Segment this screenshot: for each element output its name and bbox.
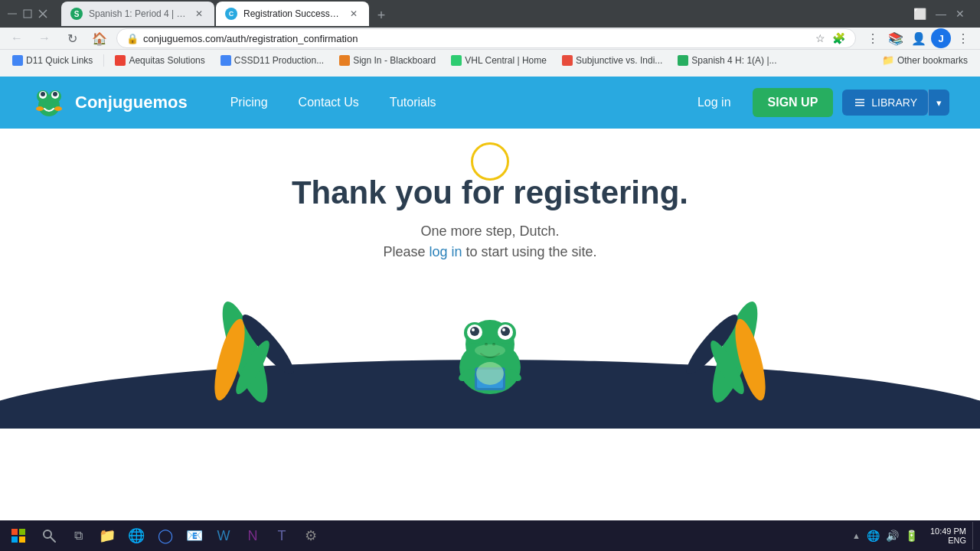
- prompt-suffix: to start using the site.: [462, 244, 596, 259]
- back-button[interactable]: ←: [6, 28, 28, 49]
- signup-button[interactable]: SIGN UP: [753, 88, 834, 117]
- tab-close-conjuguemos[interactable]: ✕: [348, 8, 360, 20]
- taskbar-right: ▲ 🌐 🔊 🔋 10:49 PM ENG: [846, 522, 977, 549]
- taskbar-lang: ENG: [948, 536, 966, 545]
- bookmarks-bar: D11 Quick Links Aequitas Solutions CSSD1…: [0, 49, 980, 70]
- tab-label-conjuguemos: Registration Successful || Conju...: [243, 8, 341, 19]
- nav-right: Log in SIGN UP LIBRARY ▾: [685, 88, 949, 117]
- site-content: Conjuguemos Pricing Contact Us Tutorials…: [0, 77, 980, 474]
- other-bookmarks[interactable]: 📁 Other bookmarks: [876, 52, 974, 69]
- taskbar-onenote[interactable]: N: [239, 522, 266, 549]
- thank-you-heading: Thank you for registering.: [292, 174, 688, 211]
- frog-mascot: [444, 291, 536, 406]
- bookmark-aequitas[interactable]: Aequitas Solutions: [109, 52, 211, 69]
- svg-line-45: [51, 537, 55, 542]
- taskbar: ⧉ 📁 🌐 ◯ 📧 W N T ⚙ ▲ 🌐 🔊 🔋 10:49 PM ENG: [0, 520, 980, 551]
- svg-point-30: [472, 328, 475, 331]
- svg-rect-0: [8, 14, 17, 15]
- brand-name: Conjuguemos: [75, 93, 188, 112]
- browser-chrome: S Spanish 1: Period 4 | Schoology ✕ C Re…: [0, 0, 980, 77]
- account-button[interactable]: 👤: [908, 28, 929, 49]
- svg-point-39: [475, 344, 505, 357]
- home-button[interactable]: 🏠: [89, 28, 110, 49]
- window-minimize-icon[interactable]: —: [933, 8, 949, 20]
- login-prompt: Please log in to start using the site.: [383, 244, 596, 260]
- tab-close-schoology[interactable]: ✕: [193, 8, 205, 20]
- title-bar: S Spanish 1: Period 4 | Schoology ✕ C Re…: [0, 0, 980, 28]
- reload-button[interactable]: ↻: [61, 28, 83, 49]
- url-display: conjuguemos.com/auth/registration_confir…: [143, 33, 808, 44]
- library-dropdown-button[interactable]: ▾: [928, 90, 949, 116]
- tray-battery: 🔋: [905, 530, 918, 542]
- nav-tutorials[interactable]: Tutorials: [377, 90, 449, 116]
- taskbar-file-explorer[interactable]: 📁: [93, 522, 121, 549]
- maximize-button[interactable]: [21, 8, 34, 20]
- login-button[interactable]: Log in: [685, 90, 743, 116]
- bookmark-vhl[interactable]: VHL Central | Home: [445, 52, 553, 69]
- tab-schoology[interactable]: S Spanish 1: Period 4 | Schoology ✕: [61, 2, 214, 26]
- window-controls: [6, 8, 49, 20]
- clock-area[interactable]: 10:49 PM ENG: [927, 527, 969, 545]
- bookmark-cssd11[interactable]: CSSD11 Production...: [214, 52, 330, 69]
- window-close-icon[interactable]: ✕: [952, 8, 968, 20]
- system-tray: ▲ 🌐 🔊 🔋: [846, 530, 924, 542]
- taskbar-teams[interactable]: T: [268, 522, 296, 549]
- site-navigation: Conjuguemos Pricing Contact Us Tutorials…: [0, 77, 980, 129]
- svg-point-12: [54, 106, 62, 111]
- bookmark-subjunctive[interactable]: Subjunctive vs. Indi...: [556, 52, 668, 69]
- login-link[interactable]: log in: [429, 244, 462, 259]
- library-button-wrap: LIBRARY ▾: [842, 90, 949, 116]
- bookmark-star-icon[interactable]: ☆: [812, 31, 828, 46]
- taskbar-word[interactable]: W: [210, 522, 237, 549]
- new-tab-button[interactable]: +: [371, 5, 392, 26]
- tray-volume: 🔊: [886, 530, 899, 542]
- taskbar-settings[interactable]: ⚙: [297, 522, 325, 549]
- tab-favicon-schoology: S: [70, 8, 83, 20]
- start-button[interactable]: [3, 522, 34, 549]
- nav-contact[interactable]: Contact Us: [286, 90, 371, 116]
- extensions-button[interactable]: ⋮: [862, 28, 884, 49]
- svg-rect-43: [19, 536, 25, 543]
- extensions-icon[interactable]: 🧩: [831, 31, 846, 46]
- svg-point-10: [53, 92, 57, 96]
- bookmarks-button[interactable]: 📚: [885, 28, 906, 49]
- svg-rect-42: [11, 536, 18, 543]
- bookmark-separator-1: [103, 54, 104, 67]
- tab-conjuguemos[interactable]: C Registration Successful || Conju... ✕: [216, 2, 369, 26]
- toolbar-icons: ⋮ 📚 👤 J ⋮: [862, 28, 974, 49]
- taskbar-outlook[interactable]: 📧: [181, 522, 208, 549]
- svg-rect-1: [24, 10, 31, 18]
- illustration-area: [0, 291, 980, 429]
- address-bar[interactable]: 🔒 conjuguemos.com/auth/registration_conf…: [116, 28, 856, 48]
- nav-pricing[interactable]: Pricing: [218, 90, 280, 116]
- nav-links: Pricing Contact Us Tutorials: [218, 90, 449, 116]
- bookmark-d11[interactable]: D11 Quick Links: [6, 52, 99, 69]
- profile-avatar[interactable]: J: [931, 28, 951, 48]
- window-restore-icon[interactable]: ⬜: [910, 8, 929, 20]
- svg-point-11: [36, 106, 44, 111]
- svg-point-9: [41, 92, 45, 96]
- menu-button[interactable]: ⋮: [952, 28, 974, 49]
- tab-label-schoology: Spanish 1: Period 4 | Schoology: [89, 8, 187, 19]
- taskbar-search-button[interactable]: [35, 522, 63, 549]
- brand-logo[interactable]: Conjuguemos: [31, 84, 188, 121]
- svg-point-29: [501, 327, 510, 336]
- taskbar-edge[interactable]: 🌐: [122, 522, 150, 549]
- svg-rect-40: [11, 529, 18, 535]
- svg-point-31: [502, 328, 505, 331]
- taskbar-task-view[interactable]: ⧉: [64, 522, 92, 549]
- minimize-button[interactable]: [6, 8, 18, 20]
- prompt-prefix: Please: [383, 244, 429, 259]
- right-leaves: [681, 291, 781, 413]
- bookmark-blackboard[interactable]: Sign In - Blackboard: [333, 52, 442, 69]
- omnibox-bar: ← → ↻ 🏠 🔒 conjuguemos.com/auth/registrat…: [0, 28, 980, 49]
- tray-network: 🌐: [867, 530, 880, 542]
- taskbar-chrome[interactable]: ◯: [152, 522, 179, 549]
- bookmark-spanish4[interactable]: Spanish 4 H: 1(A) |...: [671, 52, 782, 69]
- forward-button: →: [34, 28, 55, 49]
- svg-point-28: [470, 327, 479, 336]
- tray-arrow[interactable]: ▲: [852, 531, 861, 540]
- library-button[interactable]: LIBRARY: [842, 90, 928, 116]
- show-desktop[interactable]: [972, 522, 977, 549]
- close-button[interactable]: [37, 8, 49, 20]
